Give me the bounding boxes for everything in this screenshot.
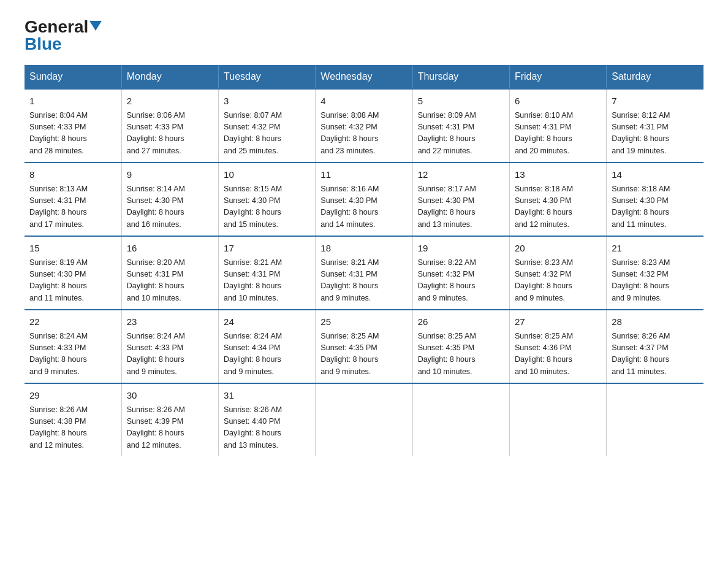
day-cell: 6Sunrise: 8:10 AMSunset: 4:31 PMDaylight… (509, 89, 606, 163)
day-number: 23 (127, 315, 213, 329)
day-number: 24 (224, 315, 310, 329)
day-info: Sunrise: 8:23 AMSunset: 4:32 PMDaylight:… (612, 257, 699, 305)
day-number: 17 (224, 242, 310, 256)
day-number: 1 (29, 94, 116, 109)
day-cell: 31Sunrise: 8:26 AMSunset: 4:40 PMDayligh… (219, 383, 316, 456)
day-info: Sunrise: 8:17 AMSunset: 4:30 PMDaylight:… (418, 183, 504, 231)
day-number: 26 (418, 315, 504, 329)
day-number: 21 (612, 242, 699, 256)
day-number: 31 (224, 389, 310, 403)
day-info: Sunrise: 8:26 AMSunset: 4:38 PMDaylight:… (29, 404, 116, 452)
day-number: 7 (612, 94, 699, 109)
weekday-header-row: SundayMondayTuesdayWednesdayThursdayFrid… (25, 65, 703, 89)
day-info: Sunrise: 8:10 AMSunset: 4:31 PMDaylight:… (515, 110, 601, 158)
week-row-4: 22Sunrise: 8:24 AMSunset: 4:33 PMDayligh… (25, 310, 703, 383)
day-info: Sunrise: 8:21 AMSunset: 4:31 PMDaylight:… (224, 257, 310, 305)
weekday-header-friday: Friday (509, 65, 606, 89)
day-info: Sunrise: 8:09 AMSunset: 4:31 PMDaylight:… (418, 110, 504, 158)
weekday-header-thursday: Thursday (412, 65, 509, 89)
day-cell: 13Sunrise: 8:18 AMSunset: 4:30 PMDayligh… (509, 163, 606, 236)
day-cell: 15Sunrise: 8:19 AMSunset: 4:30 PMDayligh… (25, 236, 121, 310)
day-number: 20 (515, 242, 601, 256)
day-cell: 20Sunrise: 8:23 AMSunset: 4:32 PMDayligh… (509, 236, 606, 310)
day-number: 27 (515, 315, 601, 329)
day-cell: 29Sunrise: 8:26 AMSunset: 4:38 PMDayligh… (25, 383, 121, 456)
day-number: 30 (127, 389, 213, 403)
day-cell: 11Sunrise: 8:16 AMSunset: 4:30 PMDayligh… (316, 163, 412, 236)
day-number: 15 (29, 242, 116, 256)
day-number: 8 (29, 168, 116, 182)
day-info: Sunrise: 8:24 AMSunset: 4:33 PMDaylight:… (127, 331, 213, 378)
weekday-header-tuesday: Tuesday (219, 65, 316, 89)
day-number: 28 (612, 315, 699, 329)
logo-blue-text: Blue (25, 36, 62, 53)
day-info: Sunrise: 8:18 AMSunset: 4:30 PMDaylight:… (612, 183, 699, 231)
day-cell: 2Sunrise: 8:06 AMSunset: 4:33 PMDaylight… (121, 89, 218, 163)
day-number: 12 (418, 168, 504, 182)
day-number: 14 (612, 168, 699, 182)
day-cell: 10Sunrise: 8:15 AMSunset: 4:30 PMDayligh… (219, 163, 316, 236)
day-number: 5 (418, 94, 504, 109)
week-row-1: 1Sunrise: 8:04 AMSunset: 4:33 PMDaylight… (25, 89, 703, 163)
day-cell (607, 383, 703, 456)
day-cell: 1Sunrise: 8:04 AMSunset: 4:33 PMDaylight… (25, 89, 121, 163)
day-number: 9 (127, 168, 213, 182)
day-info: Sunrise: 8:16 AMSunset: 4:30 PMDaylight:… (320, 183, 407, 231)
day-info: Sunrise: 8:26 AMSunset: 4:40 PMDaylight:… (224, 404, 310, 452)
day-cell: 25Sunrise: 8:25 AMSunset: 4:35 PMDayligh… (316, 310, 412, 383)
day-info: Sunrise: 8:21 AMSunset: 4:31 PMDaylight:… (320, 257, 407, 305)
day-number: 2 (127, 94, 213, 109)
day-cell: 5Sunrise: 8:09 AMSunset: 4:31 PMDaylight… (412, 89, 509, 163)
day-cell: 24Sunrise: 8:24 AMSunset: 4:34 PMDayligh… (219, 310, 316, 383)
day-number: 29 (29, 389, 116, 403)
day-cell: 8Sunrise: 8:13 AMSunset: 4:31 PMDaylight… (25, 163, 121, 236)
day-number: 10 (224, 168, 310, 182)
week-row-3: 15Sunrise: 8:19 AMSunset: 4:30 PMDayligh… (25, 236, 703, 310)
day-cell: 17Sunrise: 8:21 AMSunset: 4:31 PMDayligh… (219, 236, 316, 310)
day-info: Sunrise: 8:25 AMSunset: 4:35 PMDaylight:… (418, 331, 504, 378)
day-cell (316, 383, 412, 456)
day-number: 11 (320, 168, 407, 182)
day-info: Sunrise: 8:13 AMSunset: 4:31 PMDaylight:… (29, 183, 116, 231)
day-info: Sunrise: 8:25 AMSunset: 4:36 PMDaylight:… (515, 331, 601, 378)
day-info: Sunrise: 8:23 AMSunset: 4:32 PMDaylight:… (515, 257, 601, 305)
day-number: 16 (127, 242, 213, 256)
day-number: 13 (515, 168, 601, 182)
day-cell: 19Sunrise: 8:22 AMSunset: 4:32 PMDayligh… (412, 236, 509, 310)
day-cell: 7Sunrise: 8:12 AMSunset: 4:31 PMDaylight… (607, 89, 703, 163)
day-cell: 18Sunrise: 8:21 AMSunset: 4:31 PMDayligh… (316, 236, 412, 310)
day-info: Sunrise: 8:19 AMSunset: 4:30 PMDaylight:… (29, 257, 116, 305)
day-number: 4 (320, 94, 407, 109)
logo-general-text: General (25, 18, 88, 36)
day-info: Sunrise: 8:22 AMSunset: 4:32 PMDaylight:… (418, 257, 504, 305)
day-cell: 9Sunrise: 8:14 AMSunset: 4:30 PMDaylight… (121, 163, 218, 236)
day-cell: 22Sunrise: 8:24 AMSunset: 4:33 PMDayligh… (25, 310, 121, 383)
day-info: Sunrise: 8:24 AMSunset: 4:33 PMDaylight:… (29, 331, 116, 378)
header: General Blue (25, 18, 703, 53)
weekday-header-monday: Monday (121, 65, 218, 89)
day-info: Sunrise: 8:24 AMSunset: 4:34 PMDaylight:… (224, 331, 310, 378)
weekday-header-saturday: Saturday (607, 65, 703, 89)
day-cell: 3Sunrise: 8:07 AMSunset: 4:32 PMDaylight… (219, 89, 316, 163)
day-number: 19 (418, 242, 504, 256)
day-info: Sunrise: 8:04 AMSunset: 4:33 PMDaylight:… (29, 110, 116, 158)
day-number: 6 (515, 94, 601, 109)
day-cell: 30Sunrise: 8:26 AMSunset: 4:39 PMDayligh… (121, 383, 218, 456)
week-row-5: 29Sunrise: 8:26 AMSunset: 4:38 PMDayligh… (25, 383, 703, 456)
day-cell: 28Sunrise: 8:26 AMSunset: 4:37 PMDayligh… (607, 310, 703, 383)
day-info: Sunrise: 8:18 AMSunset: 4:30 PMDaylight:… (515, 183, 601, 231)
day-info: Sunrise: 8:07 AMSunset: 4:32 PMDaylight:… (224, 110, 310, 158)
day-info: Sunrise: 8:25 AMSunset: 4:35 PMDaylight:… (320, 331, 407, 378)
day-info: Sunrise: 8:15 AMSunset: 4:30 PMDaylight:… (224, 183, 310, 231)
day-info: Sunrise: 8:26 AMSunset: 4:39 PMDaylight:… (127, 404, 213, 452)
day-cell: 14Sunrise: 8:18 AMSunset: 4:30 PMDayligh… (607, 163, 703, 236)
day-number: 18 (320, 242, 407, 256)
weekday-header-sunday: Sunday (25, 65, 121, 89)
weekday-header-wednesday: Wednesday (316, 65, 412, 89)
day-info: Sunrise: 8:12 AMSunset: 4:31 PMDaylight:… (612, 110, 699, 158)
day-cell: 26Sunrise: 8:25 AMSunset: 4:35 PMDayligh… (412, 310, 509, 383)
day-number: 25 (320, 315, 407, 329)
day-info: Sunrise: 8:06 AMSunset: 4:33 PMDaylight:… (127, 110, 213, 158)
logo: General Blue (25, 18, 102, 53)
page: General Blue SundayMondayTuesdayWednesda… (0, 0, 728, 475)
